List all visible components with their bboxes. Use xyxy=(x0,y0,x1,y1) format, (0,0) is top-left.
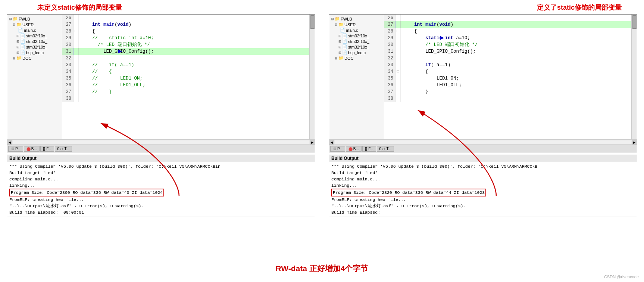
left-title: 未定义static修饰的局部变量 xyxy=(37,3,122,12)
code-line-29: 29 // static int a=10; xyxy=(62,35,309,41)
tree-item[interactable]: ⊞ 📄 stm32f10x_ xyxy=(8,44,61,50)
code-line-35: 35 // LED1_ON; xyxy=(62,75,309,82)
debug-arrow-right: ▶ xyxy=(440,35,444,40)
scroll-thumb[interactable] xyxy=(632,15,637,29)
tab-icon: 🖥 xyxy=(333,147,337,151)
left-editor-panel: ⊞ 📁 FWLB ⊞ 📁 USER 📄 main.c ⊞ xyxy=(7,14,315,153)
line-expand xyxy=(396,55,401,62)
code-line-32: 32 xyxy=(62,55,309,62)
tab-icon: ⬤ xyxy=(348,147,353,151)
tab-f[interactable]: {} F... xyxy=(362,146,376,152)
tab-t[interactable]: 0↓+ T... xyxy=(55,146,72,152)
line-number: 27 xyxy=(62,21,74,28)
code-line-38: 38 xyxy=(62,95,309,102)
line-number: 37 xyxy=(384,89,396,95)
debug-arrow: ▶ xyxy=(118,48,122,54)
line-number: 31 xyxy=(62,48,74,55)
tab-b[interactable]: ⬤B... xyxy=(24,146,40,152)
tree-item[interactable]: ⊞ 📁 DOC xyxy=(8,55,61,61)
expand-icon: ⊞ xyxy=(338,45,341,49)
scroll-right-btn[interactable]: ▶ xyxy=(632,140,637,145)
line-code: /* LED 端口初始化 */ xyxy=(401,41,478,48)
line-expand: □ xyxy=(74,28,79,35)
line-code: { xyxy=(79,28,95,35)
line-expand xyxy=(396,41,401,48)
line-code: if( a==1) xyxy=(401,62,451,68)
tab-p[interactable]: 🖥P... xyxy=(330,146,345,152)
line-number: 35 xyxy=(384,75,396,82)
expand-icon: ⊞ xyxy=(338,34,341,38)
code-line-33: 33 // if( a==1) xyxy=(62,62,309,68)
top-labels: 未定义static修饰的局部变量 定义了static修饰的局部变量 xyxy=(0,0,644,14)
line-code xyxy=(79,55,81,62)
tab-b[interactable]: ⬤B... xyxy=(346,146,362,152)
line-number: 31 xyxy=(384,48,396,55)
scroll-track[interactable] xyxy=(335,140,631,144)
left-editor-content: ⊞ 📁 FWLB ⊞ 📁 USER 📄 main.c ⊞ xyxy=(7,15,315,139)
left-scrollbar[interactable] xyxy=(309,15,315,139)
tree-item[interactable]: ⊞ 📁 DOC xyxy=(330,55,383,61)
tab-label: B... xyxy=(31,147,37,151)
code-line-37: 37 } xyxy=(384,89,631,95)
tree-item[interactable]: ⊞ 📁 FWLB xyxy=(330,16,383,22)
code-line-27: 27 int main(void) xyxy=(62,21,309,28)
file-icon: 📄 xyxy=(342,33,347,38)
h-scrollbar[interactable]: ◀ ▶ xyxy=(7,139,315,145)
tree-label: stm32f10x_ xyxy=(348,39,369,44)
build-line: linking... xyxy=(9,182,313,189)
right-scrollbar[interactable] xyxy=(631,15,637,139)
h-scrollbar-right[interactable]: ◀ ▶ xyxy=(329,139,637,145)
tree-item[interactable]: ⊞ 📁 USER xyxy=(8,22,61,27)
scroll-track[interactable] xyxy=(13,140,309,144)
tree-label: FWLB xyxy=(341,17,352,21)
line-expand xyxy=(74,35,79,41)
build-line: compiling main.c... xyxy=(331,176,635,182)
build-title-left: Build Output xyxy=(7,155,315,162)
scroll-thumb[interactable] xyxy=(310,15,315,29)
line-expand xyxy=(74,68,79,75)
tree-item[interactable]: ⊞ 📄 stm32f10x_ xyxy=(330,38,383,44)
code-line-37: 37 // } xyxy=(62,89,309,95)
tree-item[interactable]: ⊞ 📄 bsp_led.c xyxy=(8,50,61,55)
tree-item[interactable]: ⊞ 📁 FWLB xyxy=(8,16,61,22)
line-expand xyxy=(74,75,79,82)
tree-item[interactable]: ⊞ 📁 USER xyxy=(330,22,383,27)
tree-item[interactable]: ⊞ 📄 bsp_led.c xyxy=(330,50,383,55)
file-icon: 📄 xyxy=(342,44,347,49)
tree-label: USER xyxy=(22,22,34,27)
line-number: 36 xyxy=(62,82,74,89)
line-expand xyxy=(396,62,401,68)
line-code: LED_GPIO_Config(); xyxy=(401,48,476,55)
left-build-output: *** Using Compiler 'V5.06 update 3 (buil… xyxy=(7,162,315,217)
build-line: FromELF: creating hex file... xyxy=(331,196,635,203)
scroll-right-btn[interactable]: ▶ xyxy=(310,140,315,145)
expand-icon: ⊞ xyxy=(16,40,19,43)
tab-f[interactable]: {} F... xyxy=(40,146,54,152)
tree-label: USER xyxy=(344,22,356,27)
tree-item[interactable]: ⊞ 📄 stm32f10x_ xyxy=(330,33,383,38)
tree-item[interactable]: 📄 main.c xyxy=(330,27,383,33)
scroll-left-btn[interactable]: ◀ xyxy=(329,140,334,145)
tree-item[interactable]: ⊞ 📄 stm32f10x_ xyxy=(330,44,383,50)
scroll-left-btn[interactable]: ◀ xyxy=(7,140,12,145)
tab-t[interactable]: 0↓+ T... xyxy=(377,146,394,152)
tree-item[interactable]: ⊞ 📄 stm32f10x_ xyxy=(8,38,61,44)
line-expand xyxy=(396,21,401,28)
file-icon: 📄 xyxy=(20,39,25,44)
left-file-tree: ⊞ 📁 FWLB ⊞ 📁 USER 📄 main.c ⊞ xyxy=(7,15,62,139)
file-icon: 📄 xyxy=(20,50,25,55)
line-code: // } xyxy=(79,89,112,95)
build-line: "..\..\Output\流水灯.axf" - 0 Error(s), 0 W… xyxy=(331,203,635,209)
right-editor-content: ⊞ 📁 FWLB ⊞ 📁 USER 📄 main.c ⊞ xyxy=(329,15,637,139)
tree-item[interactable]: ⊞ 📄 stm32f10x_ xyxy=(8,33,61,38)
line-code: /* LED 端口初始化 */ xyxy=(79,41,150,48)
tree-item[interactable]: 📄 main.c xyxy=(8,27,61,33)
tab-p[interactable]: 🖥P... xyxy=(8,146,23,152)
line-code: int main(void) xyxy=(79,21,131,28)
tab-icon: ⬤ xyxy=(26,147,31,151)
folder-icon: 📁 xyxy=(16,56,22,61)
line-code: int main(void) xyxy=(401,21,453,28)
expand-icon: ⊞ xyxy=(338,40,341,43)
code-line-33: 33 if( a==1) xyxy=(384,62,631,68)
expand-icon: ⊞ xyxy=(331,17,334,21)
